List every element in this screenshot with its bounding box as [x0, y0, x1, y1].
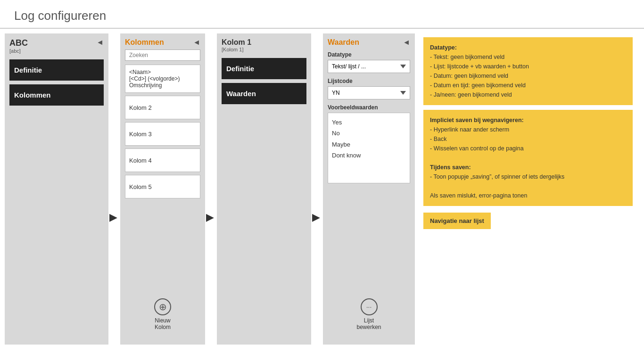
kolom1-title: Kolom 1 — [222, 38, 251, 47]
nieuw-kolom-label: NieuwKolom — [155, 317, 171, 330]
kolom-item-3[interactable]: Kolom 3 — [125, 122, 200, 146]
nieuw-kolom-button[interactable]: ⊕ — [154, 298, 171, 315]
definitie-button-abc[interactable]: Definitie — [9, 59, 104, 81]
info-box-datatype: Datatype: - Tekst: geen bijkomend veld -… — [423, 37, 633, 105]
panel-kolom1: Kolom 1 [Kolom 1] Definitie Waarden — [217, 33, 311, 345]
lijstcode-select[interactable]: YN — [328, 86, 410, 99]
vb-yes: Yes — [332, 117, 406, 128]
panel-waarden: Waarden ◄ Datatype Tekst/ lijst / ... Li… — [323, 33, 415, 345]
lijstcode-label: Lijstcode — [328, 78, 410, 84]
arrow-abc-kolommen: ▶ — [108, 90, 118, 345]
abc-subtitle: [abc] — [9, 48, 28, 54]
waarden-arrow-btn[interactable]: ◄ — [403, 38, 410, 47]
kolom-item-5[interactable]: Kolom 5 — [125, 175, 200, 198]
kolom1-subtitle: [Kolom 1] — [222, 47, 251, 52]
kolom-first-item[interactable]: <Naam> [<Cd>] (<volgorde>) Omschrijving — [125, 65, 200, 93]
vb-maybe: Maybe — [332, 139, 406, 150]
vb-no: No — [332, 128, 406, 139]
arrow-kolom1-waarden: ▶ — [311, 90, 321, 345]
kolommen-search-input[interactable] — [125, 49, 200, 61]
datatype-select[interactable]: Tekst/ lijst / ... — [328, 60, 410, 73]
abc-title: ABC — [9, 38, 28, 48]
voorbeeldwaarden-label: Voorbeeldwaarden — [328, 104, 410, 111]
definitie-button-kolom1[interactable]: Definitie — [222, 58, 306, 79]
lijst-bewerken-button[interactable]: ··· — [361, 298, 378, 315]
lijst-bewerken-label: Lijstbewerken — [356, 317, 381, 330]
page-title: Log configureren — [0, 0, 644, 28]
waarden-button-kolom1[interactable]: Waarden — [222, 83, 306, 104]
kolommen-button-abc[interactable]: Kolommen — [9, 84, 104, 106]
kolommen-arrow-btn[interactable]: ◄ — [193, 38, 200, 47]
vb-dontknow: Dont know — [332, 150, 406, 161]
navigatie-naar-lijst[interactable]: Navigatie naar lijst — [423, 213, 491, 229]
arrow-kolommen-kolom1: ▶ — [205, 90, 215, 345]
info-box-saven: Impliciet saven bij wegnavigeren: - Hype… — [423, 110, 633, 206]
waarden-title: Waarden — [328, 38, 359, 47]
abc-arrow-btn[interactable]: ◄ — [96, 38, 104, 47]
datatype-label: Datatype — [328, 51, 410, 58]
panel-kolommen: Kolommen ◄ <Naam> [<Cd>] (<volgorde>) Om… — [120, 33, 205, 345]
voorbeeldwaarden-box: Yes No Maybe Dont know — [328, 113, 410, 183]
kolom-item-4[interactable]: Kolom 4 — [125, 148, 200, 172]
panel-abc: ABC [abc] ◄ Definitie Kolommen — [5, 33, 108, 345]
panel-info: Datatype: - Tekst: geen bijkomend veld -… — [417, 33, 639, 345]
kolom-item-2[interactable]: Kolom 2 — [125, 96, 200, 119]
kolommen-title: Kolommen — [125, 38, 164, 47]
